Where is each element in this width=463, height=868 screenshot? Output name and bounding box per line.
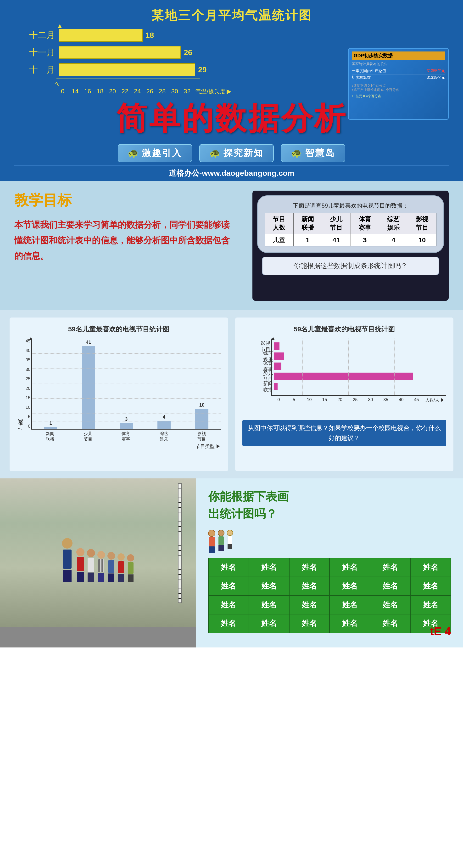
fig-legs-2 — [219, 545, 224, 551]
axis-num-14: 14 — [69, 88, 81, 95]
figure-2 — [218, 530, 225, 553]
child-6-legs — [128, 575, 134, 582]
child-2-head — [87, 549, 95, 557]
th-2: 姓名 — [249, 558, 289, 577]
legs-teacher — [63, 570, 71, 582]
table-row-3: 姓名 姓名 姓名 姓名 姓名 姓名 — [208, 614, 451, 633]
bar-row-october: 十 月 29 — [29, 63, 343, 76]
td-3-1: 姓名 — [208, 614, 249, 633]
fig-legs-1 — [209, 547, 214, 553]
x-label-variety: 综艺娱乐 — [145, 431, 183, 442]
child-6-body — [128, 562, 134, 574]
info-box: 从图中你可以得到哪些信息？如果学校要办一个校园电视台，你有什么好的建议？ — [242, 420, 447, 446]
child-2-body — [88, 558, 94, 572]
axis-num-26: 26 — [143, 88, 156, 95]
people-group — [62, 538, 134, 582]
bar-fill-november — [59, 46, 181, 59]
child-5-body — [118, 561, 124, 573]
chart-title: 某地三个月平均气温统计图 — [14, 7, 449, 24]
hbar-x-20: 20 — [332, 397, 348, 403]
child-6 — [127, 554, 134, 582]
child-3-head — [97, 551, 105, 559]
nav-btn-2[interactable]: 🐢 探究新知 — [199, 144, 274, 162]
turtle-icon-2: 🐢 — [209, 148, 221, 158]
table-row-1: 姓名 姓名 姓名 姓名 姓名 姓名 — [208, 577, 451, 595]
hbar-row-sports: 体育赛事 — [274, 363, 444, 370]
child-1-body — [77, 557, 84, 571]
right-chart-panel: 59名儿童最喜欢的电视节目统计图 ▲ 影视节目 综艺娱乐 体育赛 — [235, 317, 454, 471]
td-2-1: 姓名 — [208, 595, 249, 614]
name-table: 姓名 姓名 姓名 姓名 姓名 姓名 姓名 姓名 姓名 姓名 姓名 姓名 姓名 姓… — [208, 558, 451, 633]
fig-body-3 — [228, 536, 232, 544]
bar-fill-december — [59, 29, 143, 42]
hbar-x-unit: 人数/人 ▶ — [425, 397, 445, 403]
td-3-2: 姓名 — [249, 614, 289, 633]
fig-body-2 — [219, 536, 224, 545]
child-4-head — [107, 552, 115, 560]
bar-chart: 十二月 18 十一月 26 十 月 — [29, 29, 343, 76]
child-2 — [87, 549, 95, 582]
td-3-3: 姓名 — [289, 614, 330, 633]
axis-unit: 气温/摄氏度 — [195, 88, 226, 95]
nav-btn-1[interactable]: 🐢 激趣引入 — [118, 144, 192, 162]
bar-label-november: 十一月 — [29, 47, 55, 58]
child-4-legs — [108, 574, 114, 582]
hbar-x-35: 35 — [378, 397, 394, 403]
x-label-kids: 少儿节目 — [69, 431, 107, 442]
gdp-subtitle: 国家统计局发布的公告 — [352, 62, 445, 66]
y-tick-45: 45 — [20, 339, 30, 344]
x-label-sports: 体育赛事 — [107, 431, 145, 442]
td-2-5: 姓名 — [370, 595, 410, 614]
table-row-label: 儿童 — [265, 234, 294, 246]
hbar-x-15: 15 — [317, 397, 332, 403]
child-4 — [107, 552, 115, 582]
y-tick-20: 20 — [20, 386, 30, 391]
child-3 — [97, 551, 105, 582]
x-label-news: 新闻联播 — [31, 431, 69, 442]
table-header-subject: 节目人数 — [265, 213, 294, 234]
gdp-title: GDP初步核实数据 — [352, 52, 445, 60]
survey-box: 下面是调查59儿童最喜欢的电视节目的数据： 节目人数 新闻联播 少儿节目 体育赛… — [253, 191, 449, 301]
td-1-6: 姓名 — [410, 577, 451, 595]
axis-numbers: 0 14 16 18 20 22 24 26 28 30 32 气温/摄氏度 ▶ — [57, 88, 343, 95]
turtle-icon-1: 🐢 — [128, 148, 139, 158]
axis-num-30: 30 — [168, 88, 181, 95]
th-6: 姓名 — [410, 558, 451, 577]
teach-left: 教学目标 本节课我们主要来学习简单的数据分析，同学们要能够读懂统计图和统计表中的… — [14, 191, 238, 264]
table-header-sports: 体育赛事 — [351, 213, 379, 234]
axis-num-32: 32 — [181, 88, 193, 95]
table-cell-kids: 41 — [322, 234, 351, 246]
hbar-bar-film — [274, 342, 279, 350]
td-3-4: 姓名 — [329, 614, 370, 633]
figure-group — [208, 530, 233, 553]
nav-btn-3[interactable]: 🐢 智慧岛 — [281, 144, 345, 162]
hbar-x-30: 30 — [363, 397, 378, 403]
child-4-body — [108, 560, 114, 573]
x-axis-unit: 节目类型 ▶ — [31, 443, 221, 450]
grid-lines — [32, 339, 221, 429]
bar-value-october: 29 — [198, 65, 207, 74]
child-1 — [76, 548, 85, 582]
y-tick-35: 35 — [20, 358, 30, 363]
child-1-legs — [77, 572, 84, 582]
child-3-body — [98, 559, 104, 572]
teach-description: 本节课我们主要来学习简单的数据分析，同学们要能够读懂统计图和统计表中的信息，能够… — [14, 217, 238, 264]
gdp-notes: ↓速度下调 0.1个百分点 ↑第三产业增长速度 0.1个百分点 18亿元 0.4… — [352, 84, 445, 98]
nav-btn-3-label: 智慧岛 — [305, 147, 335, 159]
x-axis-arrow: ▶ — [227, 88, 231, 95]
hbar-bar-variety — [274, 352, 284, 360]
bar-label-december: 十二月 — [29, 29, 55, 41]
slide2-section: 教学目标 本节课我们主要来学习简单的数据分析，同学们要能够读懂统计图和统计表中的… — [0, 181, 463, 310]
bar-label-october: 十 月 — [29, 64, 55, 76]
hbar-x-10: 10 — [302, 397, 317, 403]
right-panel-title: 你能根据下表画出统计图吗？ — [208, 488, 451, 523]
td-2-3: 姓名 — [289, 595, 330, 614]
bar-outer-november: 26 — [59, 46, 192, 59]
survey-table: 节目人数 新闻联播 少儿节目 体育赛事 综艺娱乐 影视节目 儿童 1 41 3 — [265, 213, 436, 246]
left-chart-title: 59名儿童最喜欢的电视节目统计图 — [17, 325, 221, 334]
child-5-head — [118, 553, 125, 561]
table-cell-news: 1 — [293, 234, 322, 246]
td-1-1: 姓名 — [208, 577, 249, 595]
child-5 — [118, 553, 125, 582]
axis-num-0: 0 — [57, 88, 69, 95]
